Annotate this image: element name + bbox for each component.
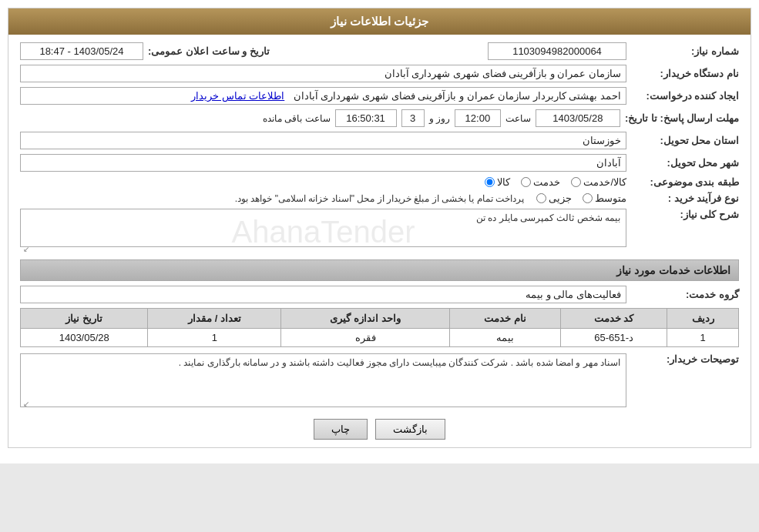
mohlat-roz: 3 [401,109,425,127]
radio-kala[interactable]: کالا [485,176,510,188]
tarikh-value: 1403/05/24 - 18:47 [20,42,143,60]
section-khadamat-title: اطلاعات خدمات مورد نیاز [20,259,739,281]
sharh-textarea[interactable] [20,209,626,247]
radio-kala-khedmat[interactable]: کالا/خدمت [571,176,626,188]
label-tabaqebandi: طبقه بندی موضوعی: [631,176,739,188]
col-tedad: تعداد / مقدار [148,309,281,329]
radio-khedmat-label: خدمت [533,176,560,188]
col-tarikh: تاریخ نیاز [21,309,148,329]
radio-kala-khedmat-label: کالا/خدمت [583,176,626,188]
radio-motovaset-input[interactable] [583,193,593,203]
col-nam-khedmat: نام خدمت [449,309,560,329]
radio-jozii-input[interactable] [536,193,546,203]
bazgasht-button[interactable]: بازگشت [375,419,445,440]
radio-jozii-label: جزیی [549,192,572,204]
label-shomare-niaz: شماره نیاز: [631,45,739,57]
button-row: بازگشت چاپ [20,419,739,440]
radio-kala-label: کالا [497,176,510,188]
label-mohlat: مهلت ارسال پاسخ: تا تاریخ: [625,112,739,124]
khadamat-table: ردیف کد خدمت نام خدمت واحد اندازه گیری ت… [20,308,739,347]
mohlat-date: 1403/05/28 [536,109,620,127]
radio-khedmat[interactable]: خدمت [521,176,560,188]
ijad-konande-value: احمد بهشتی کاربردار سازمان عمران و بازآف… [20,87,626,105]
label-tarikh: تاریخ و ساعت اعلان عمومی: [148,45,270,57]
label-saat: ساعت [505,113,531,124]
col-kod-khedmat: کد خدمت [560,309,667,329]
tosif-textarea[interactable] [20,353,626,407]
mohlat-mande: 16:50:31 [335,109,397,127]
shahr-value: آبادان [20,154,626,172]
col-vahed: واحد اندازه گیری [281,309,449,329]
goroh-khedmat-value: فعالیت‌های مالی و بیمه [20,286,626,303]
label-farayand: نوع فرآیند خرید : [631,192,739,204]
label-ijad-konande: ایجاد کننده درخواست: [631,90,739,102]
label-ostan: استان محل تحویل: [631,135,739,146]
chap-button[interactable]: چاپ [314,419,368,440]
nam-dastgah-value: سازمان عمران و بازآفرینی فضای شهری شهردا… [20,65,626,82]
shomare-niaz-value: 1103094982000064 [488,42,626,60]
label-roz: روز و [429,113,450,124]
page-title: جزئیات اطلاعات نیاز [8,8,751,35]
label-tosif: توصیحات خریدار: [631,353,739,365]
scroll-indicator-2: ↙ [22,400,31,408]
farayand-radio-group: متوسط جزیی [536,192,626,204]
radio-motovaset-label: متوسط [595,192,626,204]
table-row: 1د-651-65بیمهفقره11403/05/28 [21,329,739,347]
label-sharh: شرح کلی نیاز: [631,209,739,220]
radio-jozii[interactable]: جزیی [536,192,572,204]
radio-motovaset[interactable]: متوسط [583,192,626,204]
radio-kala-khedmat-input[interactable] [571,177,581,187]
label-shahr: شهر محل تحویل: [631,157,739,169]
mohlat-saat: 12:00 [455,109,501,127]
ettelaat-tamas-link[interactable]: اطلاعات تماس خریدار [191,90,284,102]
label-goroh-khedmat: گروه خدمت: [631,289,739,300]
radio-kala-input[interactable] [485,177,495,187]
tabaqebandi-radio-group: کالا/خدمت خدمت کالا [485,176,626,188]
ostan-value: خوزستان [20,132,626,149]
col-radif: ردیف [667,309,739,329]
label-nam-dastgah: نام دستگاه خریدار: [631,68,739,79]
scroll-indicator: ↙ [22,245,31,253]
radio-khedmat-input[interactable] [521,177,531,187]
label-mande: ساعت باقی مانده [263,113,331,124]
farayand-desc: پرداخت تمام یا بخشی از مبلغ خریدار از مح… [235,193,524,204]
